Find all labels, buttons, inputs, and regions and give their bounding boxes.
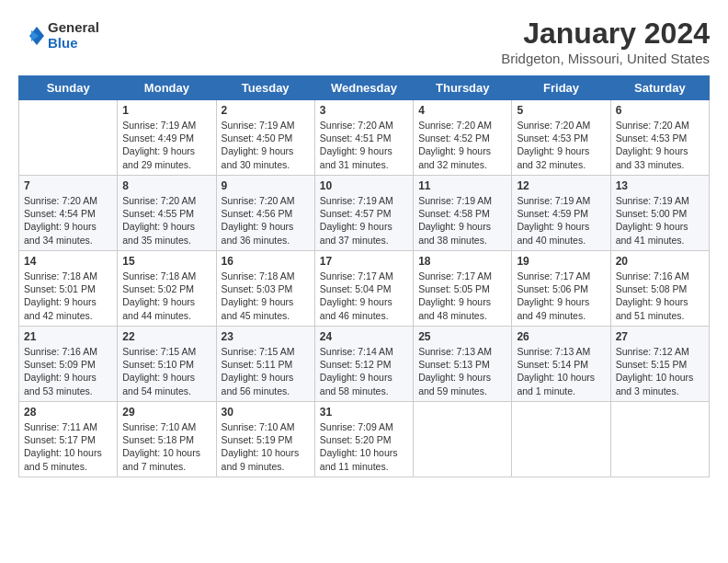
logo-text: General Blue <box>48 20 99 51</box>
cell-info-line: Daylight: 10 hours <box>122 446 210 459</box>
day-number: 30 <box>222 406 310 419</box>
cell-info-line: Daylight: 9 hours <box>517 295 605 308</box>
calendar-cell: 25Sunrise: 7:13 AMSunset: 5:13 PMDayligh… <box>414 327 512 402</box>
cell-info-line: Sunset: 4:56 PM <box>222 207 310 220</box>
calendar-cell: 17Sunrise: 7:17 AMSunset: 5:04 PMDayligh… <box>314 251 413 327</box>
day-number: 3 <box>320 104 408 117</box>
cell-info-line: and 54 minutes. <box>122 385 210 397</box>
day-number: 16 <box>222 255 310 268</box>
cell-info-line: Daylight: 9 hours <box>122 295 210 308</box>
logo-blue-label: Blue <box>48 36 99 52</box>
cell-info-line: Sunrise: 7:13 AM <box>517 345 605 358</box>
cell-info-line: Sunset: 5:20 PM <box>320 433 408 446</box>
cell-info-line: Sunset: 4:53 PM <box>616 132 704 144</box>
cell-info-line: and 58 minutes. <box>320 385 408 397</box>
cell-info-line: Sunset: 5:08 PM <box>616 282 704 295</box>
day-number: 4 <box>418 104 506 117</box>
calendar-cell: 10Sunrise: 7:19 AMSunset: 4:57 PMDayligh… <box>314 176 413 251</box>
calendar-cell: 19Sunrise: 7:17 AMSunset: 5:06 PMDayligh… <box>512 251 610 327</box>
cell-info-line: and 41 minutes. <box>616 234 704 247</box>
week-row-2: 7Sunrise: 7:20 AMSunset: 4:54 PMDaylight… <box>19 176 710 251</box>
day-header-tuesday: Tuesday <box>216 76 314 100</box>
cell-info-line: Daylight: 9 hours <box>24 295 112 308</box>
cell-info-line: Daylight: 9 hours <box>122 220 210 233</box>
cell-info-line: Sunset: 4:53 PM <box>517 132 605 144</box>
cell-info-line: Daylight: 9 hours <box>616 220 704 233</box>
cell-info-line: Daylight: 9 hours <box>616 295 704 308</box>
cell-info-line: and 30 minutes. <box>222 158 310 171</box>
calendar-cell: 1Sunrise: 7:19 AMSunset: 4:49 PMDaylight… <box>118 100 216 176</box>
logo: General Blue <box>18 20 99 51</box>
cell-info-line: Sunset: 5:06 PM <box>517 282 605 295</box>
day-number: 1 <box>122 104 210 117</box>
calendar-cell: 15Sunrise: 7:18 AMSunset: 5:02 PMDayligh… <box>118 251 216 327</box>
cell-info-line: and 1 minute. <box>517 385 605 397</box>
calendar-cell: 31Sunrise: 7:09 AMSunset: 5:20 PMDayligh… <box>314 402 413 477</box>
calendar-cell: 23Sunrise: 7:15 AMSunset: 5:11 PMDayligh… <box>216 327 314 402</box>
calendar-cell: 30Sunrise: 7:10 AMSunset: 5:19 PMDayligh… <box>216 402 314 477</box>
day-number: 26 <box>517 330 605 343</box>
cell-info-line: Sunset: 5:02 PM <box>122 282 210 295</box>
cell-info-line: Sunrise: 7:15 AM <box>222 345 310 358</box>
cell-info-line: Sunset: 5:12 PM <box>320 358 408 371</box>
cell-info-line: and 56 minutes. <box>222 385 310 397</box>
title-block: January 2024 Bridgeton, Missouri, United… <box>501 17 710 66</box>
cell-info-line: Sunrise: 7:18 AM <box>122 270 210 282</box>
cell-info-line: Sunrise: 7:16 AM <box>24 345 112 358</box>
cell-info-line: Sunrise: 7:14 AM <box>320 345 408 358</box>
week-row-1: 1Sunrise: 7:19 AMSunset: 4:49 PMDaylight… <box>19 100 710 176</box>
cell-info-line: Sunrise: 7:17 AM <box>517 270 605 282</box>
calendar-cell: 13Sunrise: 7:19 AMSunset: 5:00 PMDayligh… <box>610 176 709 251</box>
cell-info-line: and 45 minutes. <box>222 309 310 322</box>
cell-info-line: Daylight: 9 hours <box>517 220 605 233</box>
cell-info-line: Sunrise: 7:10 AM <box>222 420 310 433</box>
day-number: 31 <box>320 406 408 419</box>
cell-info-line: Sunset: 5:03 PM <box>222 282 310 295</box>
calendar-cell: 5Sunrise: 7:20 AMSunset: 4:53 PMDaylight… <box>512 100 610 176</box>
header-row-days: SundayMondayTuesdayWednesdayThursdayFrid… <box>19 76 710 100</box>
cell-info-line: Sunrise: 7:20 AM <box>616 119 704 132</box>
cell-info-line: Sunrise: 7:10 AM <box>122 420 210 433</box>
cell-info-line: Daylight: 9 hours <box>418 220 506 233</box>
day-number: 9 <box>222 179 310 192</box>
day-header-monday: Monday <box>118 76 216 100</box>
day-number: 22 <box>122 330 210 343</box>
cell-info-line: and 53 minutes. <box>24 385 112 397</box>
calendar-cell <box>19 100 118 176</box>
cell-info-line: Daylight: 9 hours <box>320 144 408 157</box>
calendar-cell: 12Sunrise: 7:19 AMSunset: 4:59 PMDayligh… <box>512 176 610 251</box>
cell-info-line: and 29 minutes. <box>122 158 210 171</box>
day-number: 8 <box>122 179 210 192</box>
cell-info-line: Sunset: 4:54 PM <box>24 207 112 220</box>
calendar-cell <box>414 402 512 477</box>
calendar-cell: 16Sunrise: 7:18 AMSunset: 5:03 PMDayligh… <box>216 251 314 327</box>
cell-info-line: Daylight: 9 hours <box>517 144 605 157</box>
calendar-cell <box>610 402 709 477</box>
page-container: General Blue January 2024 Bridgeton, Mis… <box>0 0 728 487</box>
week-row-3: 14Sunrise: 7:18 AMSunset: 5:01 PMDayligh… <box>19 251 710 327</box>
cell-info-line: Sunrise: 7:20 AM <box>122 194 210 207</box>
cell-info-line: Daylight: 10 hours <box>222 446 310 459</box>
cell-info-line: Sunrise: 7:20 AM <box>222 194 310 207</box>
cell-info-line: Sunrise: 7:09 AM <box>320 420 408 433</box>
day-header-sunday: Sunday <box>19 76 118 100</box>
cell-info-line: Daylight: 9 hours <box>418 371 506 384</box>
cell-info-line: and 46 minutes. <box>320 309 408 322</box>
cell-info-line: Sunrise: 7:20 AM <box>517 119 605 132</box>
calendar-cell: 29Sunrise: 7:10 AMSunset: 5:18 PMDayligh… <box>118 402 216 477</box>
cell-info-line: Sunrise: 7:16 AM <box>616 270 704 282</box>
cell-info-line: Sunset: 4:59 PM <box>517 207 605 220</box>
cell-info-line: and 7 minutes. <box>122 460 210 473</box>
calendar-cell: 24Sunrise: 7:14 AMSunset: 5:12 PMDayligh… <box>314 327 413 402</box>
cell-info-line: and 49 minutes. <box>517 309 605 322</box>
day-number: 10 <box>320 179 408 192</box>
cell-info-line: and 11 minutes. <box>320 460 408 473</box>
calendar-cell: 4Sunrise: 7:20 AMSunset: 4:52 PMDaylight… <box>414 100 512 176</box>
day-number: 18 <box>418 255 506 268</box>
day-number: 2 <box>222 104 310 117</box>
cell-info-line: Sunrise: 7:20 AM <box>418 119 506 132</box>
day-number: 23 <box>222 330 310 343</box>
cell-info-line: Daylight: 10 hours <box>517 371 605 384</box>
cell-info-line: Daylight: 9 hours <box>222 144 310 157</box>
cell-info-line: and 31 minutes. <box>320 158 408 171</box>
